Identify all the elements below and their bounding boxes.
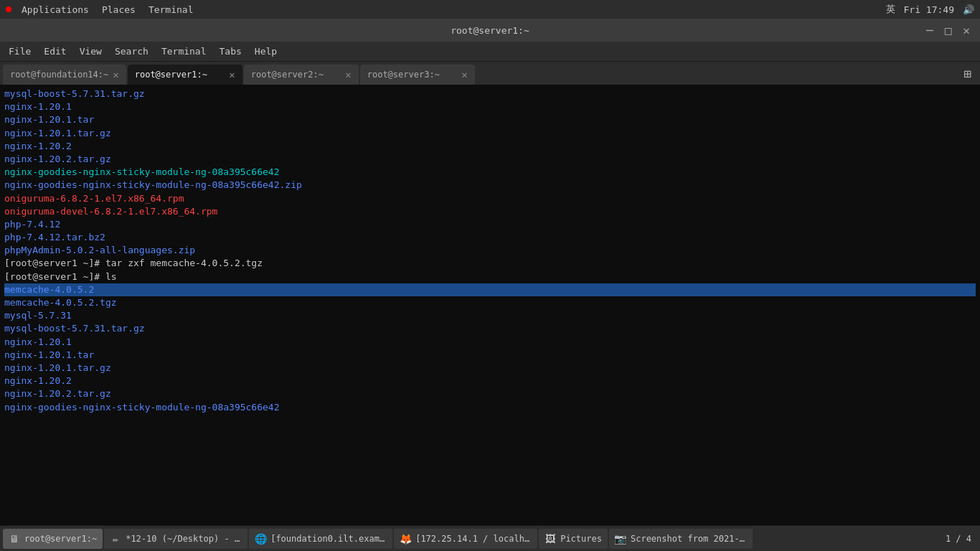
- tab-foundation14[interactable]: root@foundation14:~ ✕: [3, 65, 126, 85]
- terminal-line-prompt: [root@server1 ~]# ls: [4, 271, 117, 282]
- terminal-line: nginx-1.20.2.tar.gz: [4, 154, 111, 164]
- tab-close-icon[interactable]: ✕: [345, 69, 351, 80]
- terminal-line: php-7.4.12.tar.bz2: [4, 232, 105, 242]
- terminal-line: mysql-boost-5.7.31.tar.gz: [4, 323, 145, 334]
- terminal-line: oniguruma-6.8.2-1.el7.x86_64.rpm: [4, 193, 184, 204]
- tab-label: root@server2:~: [251, 70, 324, 80]
- volume-icon: 🔊: [963, 4, 974, 15]
- menu-file[interactable]: File: [3, 44, 37, 58]
- window-title: root@server1:~: [451, 25, 529, 36]
- taskbar-browser1[interactable]: 🌐 [foundation0.ilt.example.co...: [249, 529, 392, 549]
- terminal-line: nginx-1.20.2: [4, 141, 72, 151]
- menu-terminal[interactable]: Terminal: [156, 44, 212, 58]
- system-bar-left: Applications Places Terminal: [6, 3, 199, 17]
- terminal-line: mysql-boost-5.7.31.tar.gz: [4, 88, 145, 99]
- taskbar-item-label: *12-10 (~/Desktop) - gedit: [126, 534, 242, 544]
- screenshot-taskbar-icon: 📷: [615, 533, 626, 545]
- terminal-menu[interactable]: Terminal: [143, 3, 199, 17]
- taskbar-item-label: Screenshot from 2021-12-...: [631, 534, 747, 544]
- browser-taskbar-icon: 🌐: [255, 533, 266, 545]
- window-controls: ─ □ ✕: [922, 22, 974, 39]
- terminal-line: oniguruma-devel-6.8.2-1.el7.x86_64.rpm: [4, 206, 217, 217]
- taskbar-browser2[interactable]: 🦊 [172.25.14.1 / localhost | p...: [394, 529, 537, 549]
- taskbar-pictures[interactable]: 🖼 Pictures: [539, 529, 608, 549]
- clock: Fri 17:49: [904, 4, 954, 15]
- terminal-line: nginx-1.20.1: [4, 336, 72, 347]
- terminal-line: phpMyAdmin-5.0.2-all-languages.zip: [4, 245, 195, 255]
- close-button[interactable]: ✕: [958, 22, 974, 39]
- terminal-line: php-7.4.12: [4, 219, 60, 230]
- terminal-line: nginx-1.20.2.tar.gz: [4, 388, 111, 399]
- taskbar-item-label: [foundation0.ilt.example.co...: [270, 534, 387, 544]
- taskbar: 🖥 root@server1:~ ✏ *12-10 (~/Desktop) - …: [0, 525, 980, 551]
- taskbar-item-label: root@server1:~: [24, 534, 97, 544]
- terminal-content[interactable]: mysql-boost-5.7.31.tar.gz nginx-1.20.1 n…: [0, 85, 980, 525]
- taskbar-item-label: [172.25.14.1 / localhost | p...: [415, 534, 532, 544]
- terminal-line-highlight: memcache-4.0.5.2: [4, 283, 976, 296]
- terminal-line: nginx-1.20.1.tar.gz: [4, 362, 111, 373]
- taskbar-item-label: Pictures: [560, 534, 602, 544]
- system-bar-right: 英 Fri 17:49 🔊: [886, 3, 974, 16]
- terminal-window: root@server1:~ ─ □ ✕ File Edit View Sear…: [0, 19, 980, 525]
- tab-close-icon[interactable]: ✕: [113, 69, 118, 80]
- terminal-line: mysql-5.7.31: [4, 310, 72, 321]
- menu-view[interactable]: View: [74, 44, 108, 58]
- terminal-line: nginx-1.20.1.tar: [4, 349, 94, 360]
- pictures-taskbar-icon: 🖼: [545, 533, 556, 545]
- menu-search[interactable]: Search: [109, 44, 154, 58]
- places-menu[interactable]: Places: [96, 3, 141, 17]
- taskbar-screenshot[interactable]: 📷 Screenshot from 2021-12-...: [609, 529, 753, 549]
- menu-help[interactable]: Help: [249, 44, 283, 58]
- new-tab-button[interactable]: ⊞: [958, 66, 977, 81]
- firefox-taskbar-icon: 🦊: [400, 533, 411, 545]
- menu-tabs[interactable]: Tabs: [214, 44, 248, 58]
- system-bar: Applications Places Terminal 英 Fri 17:49…: [0, 0, 980, 19]
- gedit-taskbar-icon: ✏: [110, 533, 121, 545]
- tab-label: root@server1:~: [135, 70, 207, 80]
- terminal-line: nginx-goodies-nginx-sticky-module-ng-08a…: [4, 166, 280, 177]
- terminal-line: memcache-4.0.5.2.tgz: [4, 297, 117, 308]
- terminal-line: nginx-goodies-nginx-sticky-module-ng-08a…: [4, 402, 280, 413]
- app-indicator: [6, 6, 11, 12]
- minimize-button[interactable]: ─: [922, 22, 938, 39]
- taskbar-pager: 1 / 4: [940, 534, 977, 544]
- menu-bar: File Edit View Search Terminal Tabs Help: [0, 42, 980, 62]
- menu-edit[interactable]: Edit: [38, 44, 72, 58]
- applications-menu[interactable]: Applications: [16, 3, 95, 17]
- terminal-line: nginx-goodies-nginx-sticky-module-ng-08a…: [4, 179, 302, 190]
- title-bar: root@server1:~ ─ □ ✕: [0, 19, 980, 42]
- tab-server3[interactable]: root@server3:~ ✕: [360, 65, 475, 85]
- language-indicator: 英: [886, 3, 895, 16]
- terminal-line: nginx-1.20.1.tar.gz: [4, 128, 111, 138]
- tab-close-icon[interactable]: ✕: [461, 69, 467, 80]
- tabs-bar: root@foundation14:~ ✕ root@server1:~ ✕ r…: [0, 62, 980, 85]
- tab-server2[interactable]: root@server2:~ ✕: [244, 65, 359, 85]
- tab-label: root@server3:~: [367, 70, 440, 80]
- terminal-line-prompt: [root@server1 ~]# tar zxf memcache-4.0.5…: [4, 258, 263, 268]
- terminal-line: nginx-1.20.1.tar: [4, 114, 94, 125]
- tab-server1[interactable]: root@server1:~ ✕: [128, 65, 242, 85]
- terminal-line: nginx-1.20.1: [4, 101, 72, 112]
- tab-label: root@foundation14:~: [10, 70, 108, 80]
- terminal-line: nginx-1.20.2: [4, 375, 72, 386]
- tab-close-icon[interactable]: ✕: [229, 69, 235, 80]
- terminal-taskbar-icon: 🖥: [9, 533, 20, 545]
- taskbar-gedit[interactable]: ✏ *12-10 (~/Desktop) - gedit: [104, 529, 248, 549]
- taskbar-terminal[interactable]: 🖥 root@server1:~: [3, 529, 103, 549]
- maximize-button[interactable]: □: [941, 22, 956, 39]
